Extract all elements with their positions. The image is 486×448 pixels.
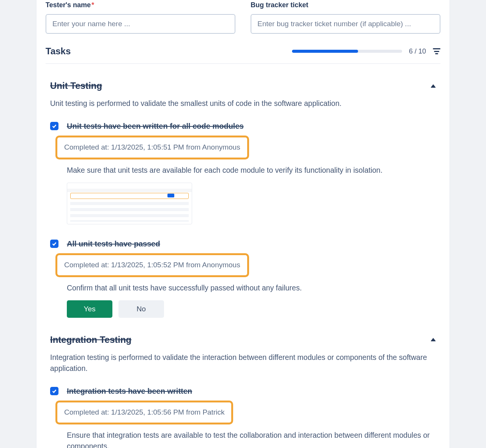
completion-highlight: Completed at: 1/13/2025, 1:05:52 PM from… — [55, 253, 249, 277]
tasks-header: Tasks 6 / 10 — [46, 44, 440, 64]
task-title: All unit tests have passed — [67, 238, 436, 249]
task-body: All unit tests have passed Completed at:… — [67, 238, 436, 318]
yes-button[interactable]: Yes — [67, 300, 112, 318]
bug-ticket-input[interactable] — [251, 14, 440, 34]
bug-ticket-field-group: Bug tracker ticket — [251, 0, 440, 34]
task-checkbox[interactable] — [50, 122, 58, 130]
task-checkbox[interactable] — [50, 387, 58, 395]
tasks-progress-fill — [292, 50, 358, 53]
task-body: Integration tests have been written Comp… — [67, 385, 436, 448]
task-description: Ensure that integration tests are availa… — [67, 430, 436, 448]
section-unit-testing: Unit Testing Unit testing is performed t… — [50, 79, 436, 318]
completion-highlight: Completed at: 1/13/2025, 1:05:51 PM from… — [55, 136, 249, 159]
task-item: All unit tests have passed Completed at:… — [50, 238, 436, 318]
label-text: Tester's name — [46, 1, 91, 9]
chevron-up-icon — [431, 338, 436, 341]
completed-at-text: Completed at: 1/13/2025, 1:05:51 PM from… — [64, 143, 240, 151]
section-header[interactable]: Unit Testing — [50, 79, 436, 93]
screenshot-thumbnail[interactable] — [67, 183, 192, 224]
bug-ticket-label: Bug tracker ticket — [251, 0, 440, 10]
tasks-progress-count: 6 / 10 — [409, 46, 426, 57]
task-body: Unit tests have been written for all cod… — [67, 120, 436, 224]
completion-highlight: Completed at: 1/13/2025, 1:05:56 PM from… — [55, 401, 233, 424]
section-description: Integration testing is performed to vali… — [50, 352, 436, 374]
filter-icon[interactable] — [433, 48, 440, 54]
task-item: Unit tests have been written for all cod… — [50, 120, 436, 224]
task-description: Confirm that all unit tests have success… — [67, 282, 436, 293]
tasks-title: Tasks — [46, 44, 71, 58]
form-fields-row: Tester's name* Bug tracker ticket — [46, 0, 440, 34]
tester-name-input[interactable] — [46, 14, 235, 34]
section-description: Unit testing is performed to validate th… — [50, 98, 436, 109]
section-header[interactable]: Integration Testing — [50, 333, 436, 347]
chevron-up-icon — [431, 84, 436, 88]
task-title: Unit tests have been written for all cod… — [67, 120, 436, 132]
task-title: Integration tests have been written — [67, 385, 436, 397]
required-asterisk: * — [92, 1, 94, 9]
completed-at-text: Completed at: 1/13/2025, 1:05:56 PM from… — [64, 408, 224, 416]
section-integration-testing: Integration Testing Integration testing … — [50, 333, 436, 448]
tasks-progress-bar — [292, 50, 402, 53]
section-title: Unit Testing — [50, 79, 102, 93]
page-card: Tester's name* Bug tracker ticket Tasks … — [36, 0, 450, 448]
completed-at-text: Completed at: 1/13/2025, 1:05:52 PM from… — [64, 261, 240, 269]
task-item: Integration tests have been written Comp… — [50, 385, 436, 448]
tester-name-field-group: Tester's name* — [46, 0, 235, 34]
yes-no-buttons: Yes No — [67, 300, 436, 318]
no-button[interactable]: No — [118, 300, 164, 318]
task-description: Make sure that unit tests are available … — [67, 165, 436, 176]
tester-name-label: Tester's name* — [46, 0, 235, 10]
section-title: Integration Testing — [50, 333, 131, 347]
task-checkbox[interactable] — [50, 240, 58, 248]
